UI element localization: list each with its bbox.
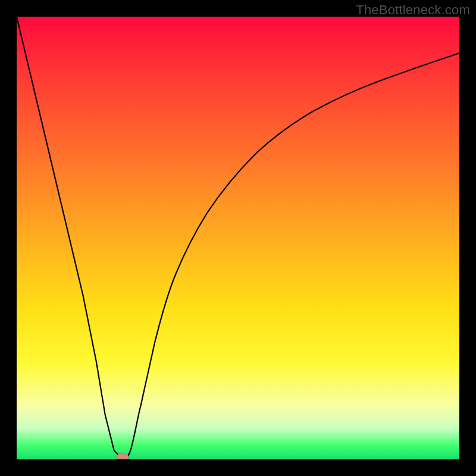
bottleneck-curve [17, 17, 459, 459]
min-point-marker [117, 453, 129, 460]
curve-layer [17, 17, 459, 459]
chart-frame: TheBottleneck.com [0, 0, 476, 476]
plot-area [17, 17, 459, 459]
watermark-text: TheBottleneck.com [356, 2, 470, 18]
